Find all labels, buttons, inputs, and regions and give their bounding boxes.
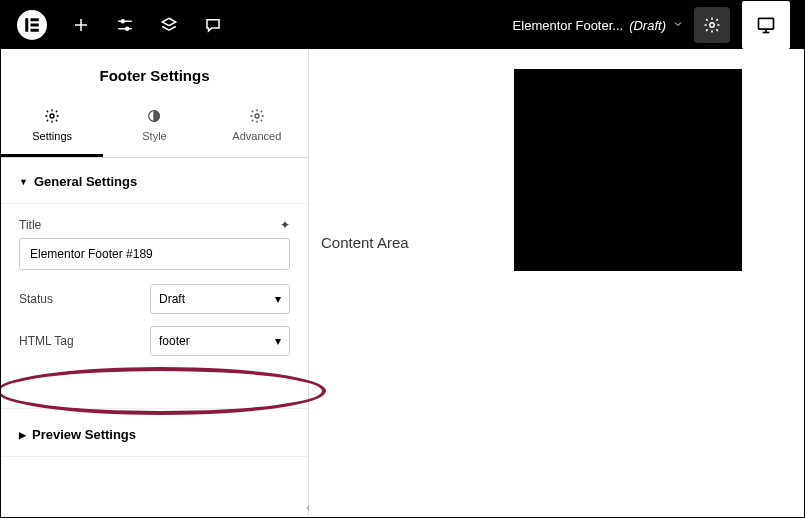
content-area-label: Content Area: [321, 234, 409, 251]
chevron-down-icon: ▾: [275, 334, 281, 348]
responsive-mode-button[interactable]: [742, 1, 790, 49]
settings-gear-button[interactable]: [694, 7, 730, 43]
svg-rect-0: [25, 18, 28, 32]
tab-settings[interactable]: Settings: [1, 98, 103, 157]
svg-point-17: [255, 114, 259, 118]
gear-icon: [1, 108, 103, 126]
html-tag-label: HTML Tag: [19, 334, 74, 348]
svg-rect-2: [31, 24, 39, 27]
tab-style[interactable]: Style: [103, 98, 205, 157]
add-icon[interactable]: [59, 1, 103, 49]
preview-settings-toggle[interactable]: ▶ Preview Settings: [1, 408, 308, 457]
sliders-icon[interactable]: [103, 1, 147, 49]
tab-label: Style: [142, 130, 166, 142]
status-value: Draft: [159, 292, 185, 306]
status-select[interactable]: Draft ▾: [150, 284, 290, 314]
title-input[interactable]: [19, 238, 290, 270]
html-tag-select[interactable]: footer ▾: [150, 326, 290, 356]
triangle-right-icon: ▶: [19, 430, 26, 440]
editor-canvas[interactable]: Content Area: [309, 49, 804, 517]
svg-point-7: [121, 20, 124, 23]
elementor-logo[interactable]: [17, 10, 47, 40]
html-tag-value: footer: [159, 334, 190, 348]
svg-rect-3: [31, 29, 39, 32]
svg-rect-12: [759, 18, 774, 29]
triangle-down-icon: ▼: [19, 177, 28, 187]
settings-panel: Footer Settings Settings Style Advanced …: [1, 49, 309, 517]
tab-label: Settings: [32, 130, 72, 142]
svg-point-9: [126, 27, 129, 30]
document-title: Elementor Footer...: [513, 18, 624, 33]
tab-advanced[interactable]: Advanced: [206, 98, 308, 157]
comment-icon[interactable]: [191, 1, 235, 49]
document-status: (Draft): [629, 18, 666, 33]
status-label: Status: [19, 292, 53, 306]
chevron-down-icon: ▾: [275, 292, 281, 306]
section-heading: General Settings: [34, 174, 137, 189]
svg-point-11: [710, 23, 715, 28]
ai-sparkle-icon[interactable]: ✦: [280, 218, 290, 232]
panel-title: Footer Settings: [1, 49, 308, 98]
svg-point-15: [50, 114, 54, 118]
gear-icon: [206, 108, 308, 126]
title-label: Title: [19, 218, 41, 232]
footer-preview-block[interactable]: [514, 69, 742, 271]
contrast-icon: [103, 108, 205, 126]
svg-marker-10: [162, 18, 176, 26]
layers-icon[interactable]: [147, 1, 191, 49]
tab-label: Advanced: [232, 130, 281, 142]
chevron-down-icon[interactable]: [672, 16, 684, 34]
general-settings-toggle[interactable]: ▼ General Settings: [1, 158, 308, 204]
svg-rect-1: [31, 18, 39, 21]
section-heading: Preview Settings: [32, 427, 136, 442]
